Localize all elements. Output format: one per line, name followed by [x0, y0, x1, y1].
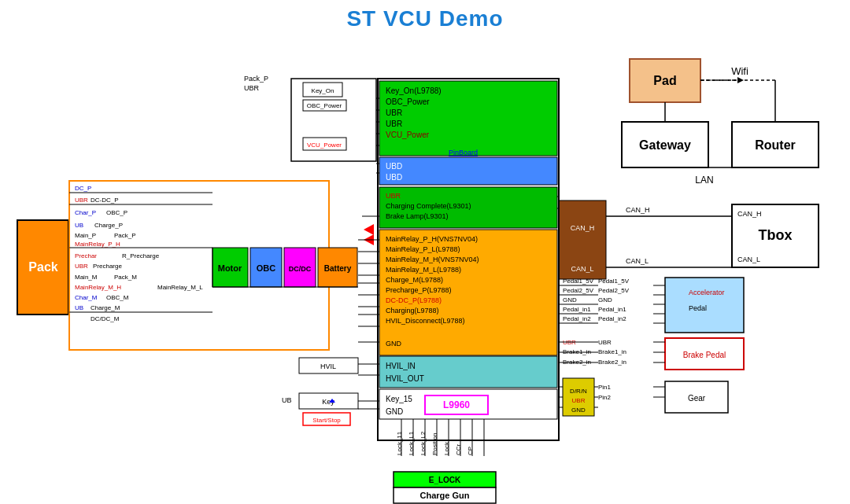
svg-text:CAN_L: CAN_L: [626, 257, 649, 265]
svg-text:Pedal_in2: Pedal_in2: [598, 315, 626, 322]
svg-text:Prechar: Prechar: [75, 252, 97, 259]
svg-text:Precharge_P(L9788): Precharge_P(L9788): [386, 286, 452, 294]
svg-text:OBC_Power: OBC_Power: [386, 97, 430, 106]
svg-text:D/R/N: D/R/N: [570, 388, 587, 395]
svg-text:Main_P: Main_P: [75, 232, 96, 239]
svg-text:MainRelay_M_H: MainRelay_M_H: [75, 284, 121, 291]
svg-text:UBD: UBD: [386, 162, 402, 171]
svg-text:Char_P: Char_P: [75, 209, 96, 216]
svg-text:Pin1: Pin1: [598, 384, 612, 391]
svg-text:Pedal: Pedal: [689, 304, 707, 312]
svg-text:E_LOCK: E_LOCK: [429, 476, 461, 484]
svg-text:UBR: UBR: [75, 197, 88, 204]
svg-text:OBC_P: OBC_P: [106, 209, 128, 216]
svg-text:Key_On(L9788): Key_On(L9788): [386, 86, 442, 95]
svg-text:MainRelay_P_H: MainRelay_P_H: [75, 241, 120, 248]
svg-text:MainRelay_M_L: MainRelay_M_L: [157, 284, 203, 291]
svg-text:Battery: Battery: [324, 264, 352, 273]
svg-text:Lock_L1: Lock_L1: [408, 431, 415, 455]
svg-text:Pedal_in1: Pedal_in1: [563, 306, 591, 313]
svg-text:OBC_M: OBC_M: [106, 294, 129, 301]
svg-rect-33: [379, 157, 557, 185]
svg-text:Pedal2_5V: Pedal2_5V: [598, 287, 630, 294]
svg-text:MainRelay_P_H(VNS7NV04): MainRelay_P_H(VNS7NV04): [386, 235, 478, 243]
svg-text:Charging Complete(L9301): Charging Complete(L9301): [386, 202, 471, 210]
svg-text:HVIL_OUT: HVIL_OUT: [386, 374, 424, 383]
diagram-area: Pad Wifi Gateway Router LAN Tbox CAN_H C…: [0, 35, 850, 504]
svg-text:Pedal1_5V: Pedal1_5V: [598, 278, 630, 285]
svg-text:DC_P: DC_P: [75, 185, 91, 192]
svg-text:Char_M: Char_M: [75, 294, 98, 301]
svg-text:CP: CP: [467, 447, 474, 455]
svg-text:Lock: Lock: [443, 441, 450, 455]
svg-text:Charging(L9788): Charging(L9788): [386, 307, 439, 315]
svg-text:Pedal1_5V: Pedal1_5V: [563, 278, 594, 285]
svg-text:Pin2: Pin2: [598, 394, 612, 401]
svg-marker-52: [364, 224, 374, 235]
svg-text:GND: GND: [598, 296, 612, 304]
svg-text:HVIL_IN: HVIL_IN: [386, 362, 416, 370]
svg-text:Start/Stop: Start/Stop: [312, 417, 341, 424]
svg-text:Brake Lamp(L9301): Brake Lamp(L9301): [386, 212, 449, 220]
svg-text:Key_15: Key_15: [386, 395, 412, 403]
svg-text:MainRelay_M_L(L9788): MainRelay_M_L(L9788): [386, 266, 461, 274]
svg-text:CAN_H: CAN_H: [571, 224, 595, 232]
svg-text:Precharge: Precharge: [93, 263, 122, 270]
svg-text:Pack_P: Pack_P: [114, 232, 136, 239]
svg-text:Tbox: Tbox: [759, 227, 793, 243]
svg-text:Charge_P: Charge_P: [94, 222, 123, 229]
svg-text:Pedal_in2: Pedal_in2: [563, 315, 591, 322]
svg-text:UBD: UBD: [386, 173, 402, 182]
page-title: ST VCU Demo: [0, 0, 850, 31]
svg-text:Wifi: Wifi: [731, 65, 748, 77]
svg-text:Key_On: Key_On: [312, 87, 334, 94]
svg-text:MainRelay_M_H(VNS7NV04): MainRelay_M_H(VNS7NV04): [386, 256, 479, 263]
svg-text:Gateway: Gateway: [639, 138, 691, 152]
svg-text:Pack: Pack: [28, 260, 57, 274]
svg-text:L9960: L9960: [443, 399, 470, 410]
svg-text:Pack_P: Pack_P: [244, 75, 268, 83]
svg-text:Pack_M: Pack_M: [114, 274, 137, 281]
svg-text:DC/DC_M: DC/DC_M: [91, 315, 120, 322]
svg-text:MainRelay_P_L(L9788): MainRelay_P_L(L9788): [386, 245, 460, 253]
svg-text:Brake Pedal: Brake Pedal: [683, 351, 726, 359]
svg-text:GND: GND: [386, 340, 402, 348]
svg-text:Brake1_in: Brake1_in: [598, 348, 626, 355]
svg-text:DC/DC: DC/DC: [289, 265, 312, 273]
svg-text:GND: GND: [563, 296, 577, 304]
svg-text:HVIL_Disconnect(L9788): HVIL_Disconnect(L9788): [386, 317, 465, 325]
svg-text:LAN: LAN: [695, 175, 713, 186]
svg-text:CAN_L: CAN_L: [737, 256, 760, 263]
svg-text:UBR: UBR: [386, 109, 402, 117]
svg-text:Motor: Motor: [218, 263, 242, 273]
svg-text:R_Precharge: R_Precharge: [122, 252, 160, 259]
svg-text:Accelerator: Accelerator: [689, 289, 725, 296]
svg-text:Lock_L2: Lock_L2: [419, 431, 427, 455]
svg-text:DC-DC_P: DC-DC_P: [91, 197, 119, 204]
svg-text:Router: Router: [755, 138, 796, 152]
svg-text:OBC: OBC: [257, 263, 276, 273]
svg-text:GND: GND: [386, 407, 403, 416]
svg-text:UB: UB: [75, 222, 83, 229]
svg-text:UBR: UBR: [386, 192, 401, 200]
svg-text:Gear: Gear: [688, 394, 706, 403]
svg-text:Pad: Pad: [653, 74, 676, 87]
svg-text:UBR: UBR: [386, 120, 402, 128]
svg-text:UBR: UBR: [598, 339, 612, 346]
svg-text:Position: Position: [431, 433, 438, 455]
svg-text:Charge_M: Charge_M: [91, 304, 120, 311]
svg-text:HVIL: HVIL: [320, 362, 336, 370]
svg-text:VCU_Power: VCU_Power: [386, 131, 430, 139]
svg-text:VCU_Power: VCU_Power: [307, 142, 342, 149]
svg-text:Lock_11: Lock_11: [396, 431, 403, 455]
svg-text:Charge_M(L9788): Charge_M(L9788): [386, 276, 443, 284]
diagram-svg: Pad Wifi Gateway Router LAN Tbox CAN_H C…: [0, 35, 850, 504]
svg-text:UBR: UBR: [244, 84, 260, 92]
svg-text:DC-DC_P(L9788): DC-DC_P(L9788): [386, 296, 442, 304]
svg-text:OBC_Power: OBC_Power: [307, 102, 342, 109]
svg-text:Charge Gun: Charge Gun: [420, 491, 470, 500]
svg-text:UB: UB: [282, 396, 292, 404]
svg-text:UB: UB: [75, 304, 83, 311]
svg-text:UBR: UBR: [75, 263, 88, 270]
svg-text:PinBoard: PinBoard: [449, 149, 478, 156]
